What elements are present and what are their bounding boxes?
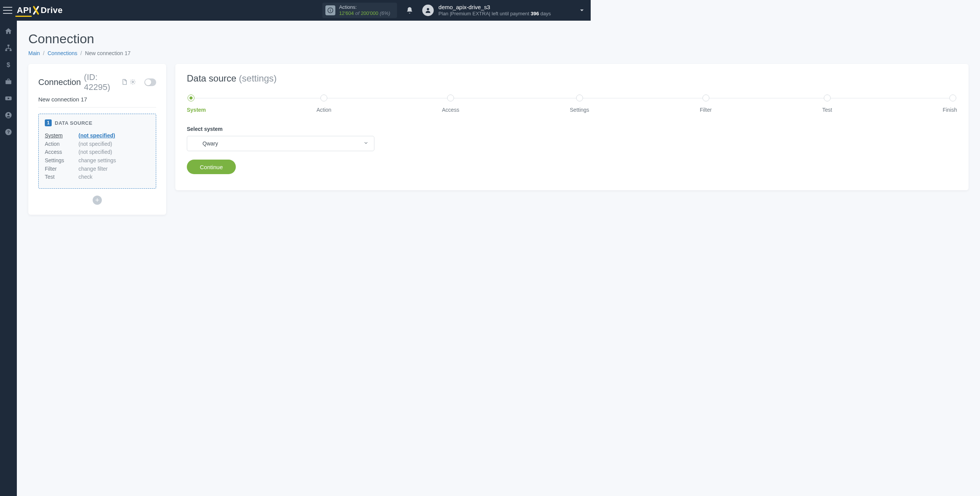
plan-line: Plan |Premium EXTRA| left until payment … [438,11,551,17]
step-label: Test [822,107,832,113]
step-access[interactable]: Access [442,95,459,113]
logo-x-icon [32,6,40,15]
help-icon[interactable]: ? [4,128,13,136]
user-menu[interactable]: demo_apix-drive_s3 Plan |Premium EXTRA| … [422,4,585,17]
topbar: APIDrive Actions: 12'604 of 200'000 (6%) [0,0,591,21]
continue-button[interactable]: Continue [187,160,236,174]
ds-row-key: Filter [45,165,78,173]
svg-rect-1 [330,10,330,12]
breadcrumb-main[interactable]: Main [28,50,40,56]
svg-rect-4 [8,45,10,46]
step-label: Action [317,107,332,113]
user-icon[interactable] [4,111,13,119]
step-system[interactable]: System [187,95,206,113]
connection-toggle[interactable] [144,78,156,86]
logo[interactable]: APIDrive [17,5,63,15]
sitemap-icon[interactable] [4,44,13,52]
actions-label: Actions: [339,4,390,10]
add-step-button[interactable]: + [93,196,102,205]
svg-rect-5 [5,49,7,51]
breadcrumb-current: New connection 17 [85,50,131,56]
ds-row-value: (not specified) [78,148,112,157]
youtube-icon[interactable] [4,94,13,103]
svg-point-3 [427,8,429,10]
ds-row-key: Access [45,148,78,157]
home-icon[interactable] [4,27,13,35]
select-system-dropdown[interactable]: Qwary [187,136,374,151]
svg-rect-6 [10,49,11,51]
step-dot-icon [320,95,327,101]
file-icon[interactable] [121,77,127,87]
step-label: Finish [943,107,957,113]
ds-title: DATA SOURCE [55,120,92,126]
ds-row-key: Settings [45,157,78,165]
select-system-label: Select system [187,126,957,132]
step-label: Filter [700,107,712,113]
step-dot-icon [949,95,956,101]
step-filter[interactable]: Filter [700,95,712,113]
step-settings[interactable]: Settings [570,95,590,113]
ds-number-badge: 1 [45,119,52,126]
avatar-icon [422,5,434,16]
actions-of: of [355,10,359,16]
svg-rect-8 [6,80,11,84]
step-dot-icon [447,95,454,101]
chevron-down-icon [578,7,585,14]
ds-row-value: change filter [78,165,108,173]
svg-point-14 [132,81,134,83]
step-dot-icon [576,95,583,101]
step-label: Access [442,107,459,113]
actions-used: 12'604 [339,10,354,16]
breadcrumb-connections[interactable]: Connections [47,50,77,56]
ds-row-settings[interactable]: Settingschange settings [45,157,150,165]
ds-row-key: Action [45,140,78,148]
step-action[interactable]: Action [317,95,332,113]
select-system-value: Qwary [203,140,218,147]
actions-pct: (6%) [380,10,390,16]
content-area: Connection Main / Connections / New conn… [17,21,980,496]
chevron-down-icon [363,140,369,147]
svg-point-11 [8,113,10,115]
page-title: Connection [28,31,969,46]
ds-row-key: Test [45,173,78,181]
ds-row-key: System [45,132,78,140]
step-finish[interactable]: Finish [943,95,957,113]
ds-row-filter[interactable]: Filterchange filter [45,165,150,173]
rc-title-sub: (settings) [239,73,277,83]
ds-row-system[interactable]: System(not specified) [45,132,150,140]
menu-toggle-button[interactable] [3,7,12,14]
ds-row-value: change settings [78,157,116,165]
svg-text:$: $ [7,61,10,69]
step-test[interactable]: Test [822,95,832,113]
info-icon [325,5,335,15]
left-nav: $ ? [0,21,17,496]
ds-row-value: (not specified) [78,132,115,140]
connection-summary-card: Connection (ID: 42295) New connection 17… [28,64,166,215]
step-label: Settings [570,107,590,113]
notifications-icon[interactable] [405,5,415,15]
step-label: System [187,107,206,113]
dollar-icon[interactable]: $ [4,60,13,69]
svg-text:?: ? [7,129,10,134]
briefcase-icon[interactable] [4,77,13,86]
conn-head-label: Connection [38,77,81,87]
ds-row-test[interactable]: Testcheck [45,173,150,181]
step-dot-icon [824,95,831,101]
ds-row-action[interactable]: Action(not specified) [45,140,150,148]
ds-row-access[interactable]: Access(not specified) [45,148,150,157]
step-dot-icon [702,95,709,101]
svg-rect-2 [330,9,330,9]
data-source-settings-card: Data source (settings) SystemActionAcces… [175,64,969,190]
gear-icon[interactable] [130,77,136,87]
data-source-box: 1 DATA SOURCE System(not specified)Actio… [38,114,156,189]
actions-total: 200'000 [361,10,378,16]
actions-counter[interactable]: Actions: 12'604 of 200'000 (6%) [322,3,397,18]
ds-row-value: check [78,173,93,181]
ds-row-value: (not specified) [78,140,112,148]
username: demo_apix-drive_s3 [438,4,551,11]
conn-id: (ID: 42295) [84,72,118,92]
connection-name: New connection 17 [38,96,156,108]
rc-title-main: Data source [187,73,236,83]
wizard-stepper: SystemActionAccessSettingsFilterTestFini… [187,95,957,113]
step-dot-icon [188,95,194,101]
